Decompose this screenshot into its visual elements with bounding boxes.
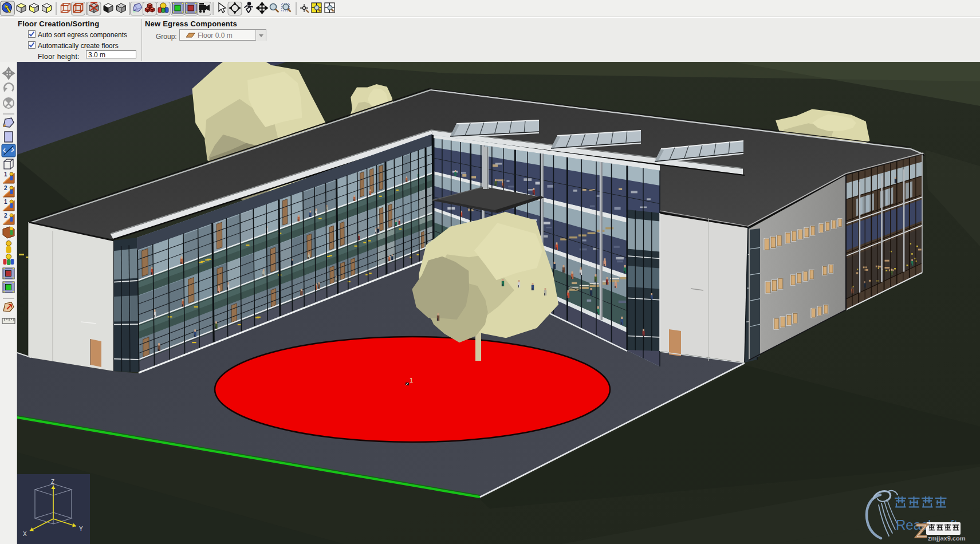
svg-text:X: X: [23, 531, 27, 537]
svg-text:2: 2: [4, 212, 7, 219]
svg-text:2: 2: [4, 185, 7, 191]
svg-text:zmjjax9.com: zmjjax9.com: [928, 535, 966, 542]
svg-text:1: 1: [410, 377, 413, 384]
svg-text:1: 1: [4, 171, 7, 178]
svg-text:Y: Y: [79, 526, 83, 532]
svg-text:1: 1: [4, 199, 7, 205]
svg-text:Z: Z: [51, 479, 54, 485]
